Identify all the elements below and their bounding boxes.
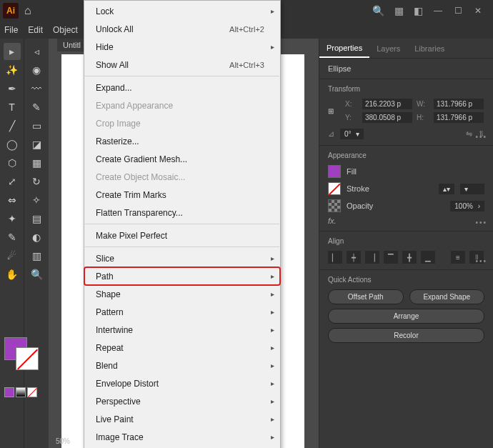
y-input[interactable]: 380.0508 p — [362, 112, 412, 123]
menu-item-hide[interactable]: Hide▸ — [84, 38, 280, 56]
menu-item-pattern[interactable]: Pattern▸ — [84, 303, 280, 321]
stroke-color-swatch[interactable] — [328, 182, 341, 195]
stroke-profile-select[interactable]: ▾ — [460, 184, 484, 194]
stroke-swatch[interactable] — [16, 347, 39, 370]
menu-item-slice[interactable]: Slice▸ — [84, 249, 280, 267]
menu-item-perspective[interactable]: Perspective▸ — [84, 392, 280, 410]
w-input[interactable]: 131.7966 p — [434, 99, 484, 109]
distribute-v-icon[interactable]: ≡ — [451, 251, 465, 264]
rotate-tool-icon[interactable]: ↻ — [28, 173, 45, 190]
angle-input[interactable]: 0°▾ — [340, 129, 364, 139]
magic-wand-tool-icon[interactable]: ✨ — [4, 61, 21, 79]
menu-item-gradient-mesh[interactable]: Create Gradient Mesh... — [84, 150, 280, 168]
puppet-tool-icon[interactable]: ✦ — [4, 210, 21, 227]
angle-label: ⊿ — [328, 129, 334, 139]
h-input[interactable]: 131.7966 p — [434, 112, 484, 123]
more-transform-icon[interactable]: ••• — [475, 133, 487, 141]
zoom-level[interactable]: 50% — [56, 437, 70, 445]
app-logo-icon: Ai — [3, 3, 19, 19]
menu-item-object-mosaic: Create Object Mosaic... — [84, 168, 280, 186]
free-transform-tool-icon[interactable]: ▦ — [28, 154, 45, 171]
fx-label[interactable]: fx. — [328, 216, 484, 225]
window-minimize-icon[interactable]: — — [433, 6, 443, 15]
flip-h-icon[interactable]: ⇋ — [466, 129, 472, 139]
more-appearance-icon[interactable]: ••• — [475, 219, 487, 227]
menu-item-image-trace[interactable]: Image Trace▸ — [84, 428, 280, 446]
window-close-icon[interactable]: ✕ — [473, 6, 483, 15]
search-icon[interactable]: 🔍 — [372, 5, 384, 16]
menu-item-show-all[interactable]: Show AllAlt+Ctrl+3 — [84, 56, 280, 74]
recolor-button[interactable]: Recolor — [328, 328, 484, 343]
menu-item-envelope[interactable]: Envelope Distort▸ — [84, 374, 280, 392]
shape-builder-tool-icon[interactable]: ⬡ — [4, 154, 21, 171]
stroke-label: Stroke — [347, 184, 369, 193]
menu-item-shape[interactable]: Shape▸ — [84, 285, 280, 303]
x-input[interactable]: 216.2203 p — [362, 99, 412, 109]
more-align-icon[interactable]: ••• — [475, 257, 487, 265]
home-icon[interactable]: ⌂ — [24, 4, 31, 17]
curvature-tool-icon[interactable]: 〰 — [28, 80, 45, 97]
direct-selection-tool-icon[interactable]: ◃ — [28, 43, 45, 60]
menu-item-path[interactable]: Path▸ — [84, 267, 280, 285]
opacity-input[interactable]: 100% › — [450, 201, 484, 211]
align-top-icon[interactable]: ▔ — [384, 251, 398, 264]
workspace-switcher-icon[interactable]: ◧ — [414, 5, 423, 16]
lasso-tool-icon[interactable]: ◉ — [28, 61, 45, 79]
menu-item-rasterize[interactable]: Rasterize... — [84, 132, 280, 150]
menu-item-unlock-all[interactable]: Unlock AllAlt+Ctrl+2 — [84, 20, 280, 38]
menu-file[interactable]: File — [4, 25, 18, 35]
menu-item-flatten[interactable]: Flatten Transparency... — [84, 204, 280, 221]
arrange-docs-icon[interactable]: ▦ — [394, 5, 404, 16]
graph-tool-icon[interactable]: ▥ — [28, 247, 45, 264]
menu-item-trim-marks[interactable]: Create Trim Marks — [84, 186, 280, 204]
menu-edit[interactable]: Edit — [28, 25, 43, 35]
tab-layers[interactable]: Layers — [369, 39, 407, 58]
menu-item-expand[interactable]: Expand... — [84, 79, 280, 96]
menu-object[interactable]: Object — [53, 25, 78, 35]
window-maximize-icon[interactable]: ☐ — [453, 6, 463, 15]
blend-tool-icon[interactable]: ◐ — [28, 229, 45, 246]
align-hcenter-icon[interactable]: ┿ — [347, 251, 361, 264]
width-tool-icon[interactable]: ⇔ — [4, 191, 21, 209]
menu-item-repeat[interactable]: Repeat▸ — [84, 339, 280, 357]
align-right-icon[interactable]: ▕ — [365, 251, 379, 264]
document-tab[interactable]: Untitl — [57, 39, 86, 51]
gradient-tool-icon[interactable]: ▤ — [28, 210, 45, 227]
selection-type-label: Ellipse — [328, 64, 484, 73]
type-tool-icon[interactable]: T — [4, 99, 21, 116]
arrange-button[interactable]: Arrange — [328, 309, 484, 324]
expand-shape-button[interactable]: Expand Shape — [409, 289, 485, 304]
menu-item-intertwine[interactable]: Intertwine▸ — [84, 321, 280, 339]
y-label: Y: — [345, 114, 358, 121]
align-vcenter-icon[interactable]: ╋ — [402, 251, 417, 264]
offset-path-button[interactable]: Offset Path — [328, 289, 404, 304]
align-bottom-icon[interactable]: ▁ — [421, 251, 435, 264]
ellipse-tool-icon[interactable]: ◯ — [4, 136, 21, 153]
hand-tool-icon[interactable]: ✋ — [4, 266, 21, 283]
menu-item-pixel-perfect[interactable]: Make Pixel Perfect — [84, 227, 280, 244]
reference-point-icon[interactable]: ⊞ — [328, 107, 341, 115]
menu-item-blend[interactable]: Blend▸ — [84, 357, 280, 374]
opacity-swatch-icon[interactable] — [328, 199, 341, 212]
touch-type-tool-icon[interactable]: ✎ — [28, 99, 45, 116]
symbol-tool-icon[interactable]: ☄ — [4, 247, 21, 264]
color-mode-swatches[interactable] — [4, 387, 37, 397]
menu-item-live-paint[interactable]: Live Paint▸ — [84, 410, 280, 428]
eraser-tool-icon[interactable]: ◪ — [28, 136, 45, 153]
stroke-weight-input[interactable]: ▴▾ — [439, 184, 454, 194]
align-left-icon[interactable]: ▏ — [328, 251, 342, 264]
tab-libraries[interactable]: Libraries — [407, 39, 452, 58]
fill-color-swatch[interactable] — [328, 165, 341, 178]
selection-tool-icon[interactable]: ▸ — [4, 43, 21, 60]
pen-tool-icon[interactable]: ✒ — [4, 80, 21, 97]
rectangle-tool-icon[interactable]: ▭ — [28, 117, 45, 134]
menu-item-lock[interactable]: Lock▸ — [84, 2, 280, 20]
h-label: H: — [417, 114, 429, 121]
x-label: X: — [345, 100, 358, 108]
eyedropper-tool-icon[interactable]: ✎ — [4, 229, 21, 246]
tab-properties[interactable]: Properties — [319, 39, 369, 58]
scale-tool-icon[interactable]: ⤢ — [4, 173, 21, 190]
zoom-tool-icon[interactable]: 🔍 — [28, 266, 45, 283]
line-tool-icon[interactable]: ╱ — [4, 117, 21, 134]
shaper-tool-icon[interactable]: ✧ — [28, 191, 45, 209]
